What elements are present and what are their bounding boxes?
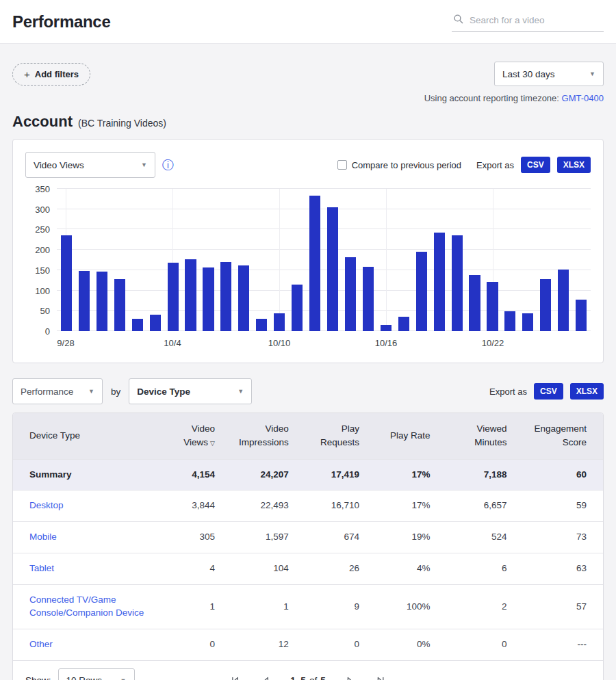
- export-csv-button[interactable]: CSV: [521, 157, 550, 173]
- table-cell: 17,419: [305, 459, 376, 491]
- metric-select-value: Video Views: [34, 160, 84, 170]
- device-type-table: Device Type Video Views▽ Video Impressio…: [13, 413, 603, 660]
- chart-bar[interactable]: [504, 311, 515, 331]
- chart-bar[interactable]: [292, 285, 303, 331]
- export-xlsx-button[interactable]: XLSX: [570, 383, 604, 400]
- table-cell: 73: [524, 522, 603, 553]
- search-icon: [453, 14, 464, 27]
- date-range-value: Last 30 days: [502, 69, 555, 79]
- y-tick-label: 200: [35, 245, 50, 255]
- chart-bar[interactable]: [203, 267, 214, 331]
- chevron-down-icon: ▼: [141, 161, 147, 168]
- chart-bar[interactable]: [522, 313, 533, 331]
- device-link[interactable]: Mobile: [29, 532, 57, 542]
- table-cell: 0%: [376, 629, 446, 659]
- column-header-video-views[interactable]: Video Views▽: [166, 413, 231, 459]
- chart-bar[interactable]: [416, 252, 427, 331]
- device-link[interactable]: Desktop: [29, 500, 64, 510]
- chart-card: Video Views ▼ ⓘ Compare to previous peri…: [12, 139, 604, 363]
- dimension-select[interactable]: Device Type ▼: [129, 378, 252, 404]
- chevron-down-icon: ▼: [120, 677, 127, 680]
- chart-bar[interactable]: [576, 300, 587, 331]
- chart-bar[interactable]: [327, 207, 338, 331]
- table-cell: 6,657: [447, 491, 524, 522]
- x-tick-label: 10/10: [268, 338, 291, 348]
- first-page-button[interactable]: [229, 674, 242, 680]
- column-header-device-type: Device Type: [13, 413, 166, 459]
- y-tick-label: 100: [35, 285, 50, 296]
- export-xlsx-button[interactable]: XLSX: [557, 157, 591, 173]
- export-as-label: Export as: [476, 160, 514, 170]
- date-range-select[interactable]: Last 30 days ▼: [494, 62, 604, 86]
- add-filters-button[interactable]: + Add filters: [12, 63, 90, 86]
- table-cell: 6: [447, 553, 524, 585]
- chart-bar[interactable]: [274, 313, 285, 331]
- table-cell: 1,597: [231, 522, 305, 553]
- table-cell: 4%: [376, 553, 446, 585]
- page-status: 1–5 of 5: [290, 675, 325, 680]
- timezone-link[interactable]: GMT-0400: [562, 93, 604, 103]
- device-link[interactable]: Connected TV/Game Console/Companion Devi…: [29, 594, 144, 618]
- chevron-down-icon: ▼: [238, 388, 244, 395]
- chart-bar[interactable]: [345, 257, 356, 331]
- chart-bar[interactable]: [381, 325, 392, 331]
- device-link[interactable]: Tablet: [29, 563, 54, 573]
- chart-bar[interactable]: [61, 235, 72, 331]
- table-cell: 24,207: [231, 459, 305, 491]
- info-icon[interactable]: ⓘ: [162, 159, 174, 171]
- chart-bar[interactable]: [220, 262, 231, 331]
- next-page-button[interactable]: [344, 674, 357, 680]
- chart-bar[interactable]: [114, 279, 125, 331]
- table-cell: 9: [305, 585, 376, 629]
- report-type-select[interactable]: Performance ▼: [12, 378, 103, 404]
- timezone-note: Using account reporting timezone: GMT-04…: [12, 93, 604, 103]
- device-type-table-card: Device Type Video Views▽ Video Impressio…: [12, 413, 604, 680]
- last-page-button[interactable]: [374, 674, 387, 680]
- device-link[interactable]: Other: [29, 639, 53, 649]
- search-input[interactable]: [452, 11, 604, 32]
- column-header-engagement-score[interactable]: Engagement Score: [524, 413, 603, 459]
- chart-bar[interactable]: [363, 267, 374, 331]
- column-header-play-rate[interactable]: Play Rate: [376, 413, 446, 459]
- chart-bar[interactable]: [469, 275, 480, 331]
- chevron-down-icon: ▼: [88, 388, 94, 395]
- export-csv-button[interactable]: CSV: [534, 383, 563, 400]
- chart-bar[interactable]: [150, 315, 161, 331]
- chart-bar[interactable]: [487, 282, 498, 332]
- compare-toggle: Compare to previous period: [337, 160, 461, 170]
- chart-bar[interactable]: [558, 270, 569, 331]
- y-tick-label: 300: [35, 204, 50, 214]
- metric-select[interactable]: Video Views ▼: [25, 152, 155, 178]
- page-title: Performance: [12, 12, 110, 31]
- chart-bar[interactable]: [238, 265, 249, 331]
- chart-bar[interactable]: [132, 319, 143, 331]
- table-cell: 674: [305, 522, 376, 553]
- rows-per-page-select[interactable]: 10 Rows ▼: [58, 668, 135, 680]
- table-controls: Performance ▼ by Device Type ▼ Export as…: [12, 378, 604, 404]
- chart-bar[interactable]: [434, 233, 445, 331]
- column-header-video-impressions[interactable]: Video Impressions: [231, 413, 305, 459]
- column-header-viewed-minutes[interactable]: Viewed Minutes: [447, 413, 524, 459]
- row-label: Summary: [13, 459, 166, 491]
- top-bar: Performance: [0, 0, 616, 44]
- chart-bar[interactable]: [309, 196, 320, 331]
- chart-bar[interactable]: [398, 317, 409, 331]
- chart-bars: [57, 189, 591, 331]
- column-header-play-requests[interactable]: Play Requests: [305, 413, 376, 459]
- table-cell: 12: [231, 629, 305, 659]
- chart-bar[interactable]: [256, 319, 267, 331]
- table-cell: 100%: [376, 585, 446, 629]
- compare-checkbox[interactable]: [337, 160, 347, 170]
- chart-bar[interactable]: [79, 271, 90, 331]
- chart-bar[interactable]: [97, 272, 107, 331]
- table-row-desktop: Desktop 3,844 22,493 16,710 17% 6,657 59: [13, 491, 603, 522]
- chart-bar[interactable]: [540, 279, 551, 331]
- chart-bar[interactable]: [168, 263, 179, 331]
- previous-page-button[interactable]: [259, 674, 272, 680]
- table-cell: 19%: [376, 522, 446, 553]
- account-subtitle: (BC Training Videos): [78, 118, 166, 129]
- chart-bar[interactable]: [185, 259, 196, 331]
- filter-row: + Add filters Last 30 days ▼: [12, 62, 604, 86]
- chart-bar[interactable]: [452, 235, 463, 331]
- sort-desc-icon[interactable]: ▽: [210, 440, 215, 447]
